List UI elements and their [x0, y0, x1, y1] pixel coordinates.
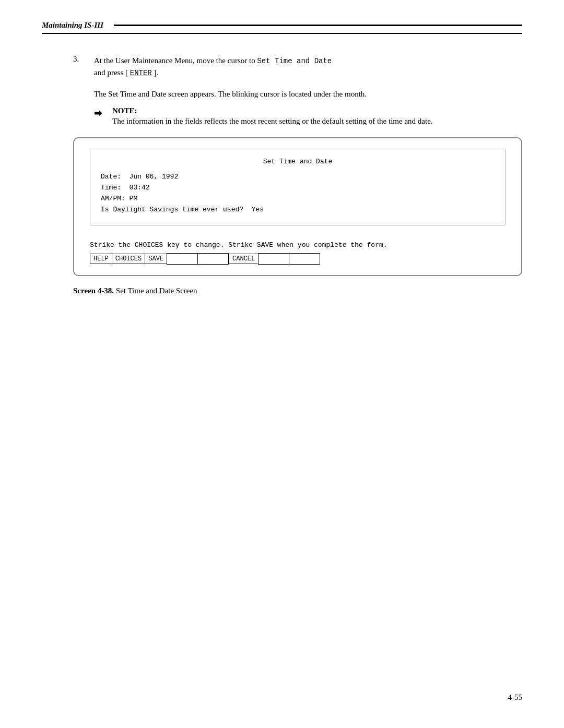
date-value: Jun 06, 1992: [130, 173, 179, 181]
choices-button[interactable]: CHOICES: [112, 254, 145, 264]
page-number: 4-55: [508, 693, 523, 702]
header-bar: Maintaining IS-III: [42, 21, 522, 34]
date-label: Date:: [101, 173, 130, 181]
step3-text-part2: and press [: [94, 68, 130, 77]
step-3: 3. At the User Maintenance Menu, move th…: [73, 55, 522, 79]
button-bar: HELP CHOICES SAVE CANCEL: [90, 253, 506, 265]
caption-bold: Screen 4-38.: [73, 287, 114, 295]
caption-normal: Set Time and Date Screen: [114, 287, 197, 295]
note-arrow-icon: ➡: [94, 108, 102, 119]
note-content: NOTE: The information in the fields refl…: [112, 106, 433, 127]
time-value: 03:42: [130, 184, 150, 192]
screen-container: Set Time and Date Date: Jun 06, 1992 Tim…: [73, 137, 522, 276]
step3-text-part1: At the User Maintenance Menu, move the c…: [94, 56, 257, 65]
step-text: At the User Maintenance Menu, move the c…: [94, 55, 332, 79]
screen-inner: Set Time and Date Date: Jun 06, 1992 Tim…: [90, 149, 506, 225]
daylight-value: Yes: [252, 206, 264, 213]
screen-field-ampm: AM/PM: PM: [101, 195, 495, 202]
spacer-2: [197, 253, 229, 265]
time-label: Time:: [101, 184, 130, 192]
ampm-label: AM/PM:: [101, 195, 130, 202]
save-button[interactable]: SAVE: [145, 254, 167, 264]
spacer-3: [258, 253, 289, 265]
screen-field-date: Date: Jun 06, 1992: [101, 173, 495, 181]
screen-caption: Screen 4-38. Set Time and Date Screen: [73, 287, 522, 295]
spacer-4: [289, 253, 320, 265]
header-title: Maintaining IS-III: [42, 21, 103, 30]
step3-code: Set Time and Date: [257, 57, 332, 65]
ampm-value: PM: [130, 195, 138, 202]
note-block: ➡ NOTE: The information in the fields re…: [94, 106, 522, 127]
follow-up-text: The Set Time and Date screen appears. Th…: [94, 90, 367, 98]
screen-field-daylight: Is Daylight Savings time ever used? Yes: [101, 206, 495, 213]
header-rule: [114, 25, 522, 26]
help-button[interactable]: HELP: [90, 254, 112, 264]
enter-key: ENTER: [130, 69, 152, 77]
note-icon: ➡: [94, 106, 104, 127]
spacer-1: [167, 253, 198, 265]
step-number: 3.: [73, 55, 84, 79]
note-text: The information in the fields reflects t…: [112, 117, 433, 125]
cancel-button[interactable]: CANCEL: [229, 254, 258, 264]
content-area: 3. At the User Maintenance Menu, move th…: [42, 55, 522, 295]
screen-title: Set Time and Date: [101, 158, 495, 165]
screen-field-time: Time: 03:42: [101, 184, 495, 192]
daylight-label: Is Daylight Savings time ever used?: [101, 206, 252, 213]
step3-text-part3: ].: [152, 68, 159, 77]
follow-up-paragraph: The Set Time and Date screen appears. Th…: [94, 88, 522, 100]
page: Maintaining IS-III 3. At the User Mainte…: [0, 0, 564, 728]
note-label: NOTE:: [112, 106, 137, 115]
strike-note: Strike the CHOICES key to change. Strike…: [90, 241, 506, 249]
